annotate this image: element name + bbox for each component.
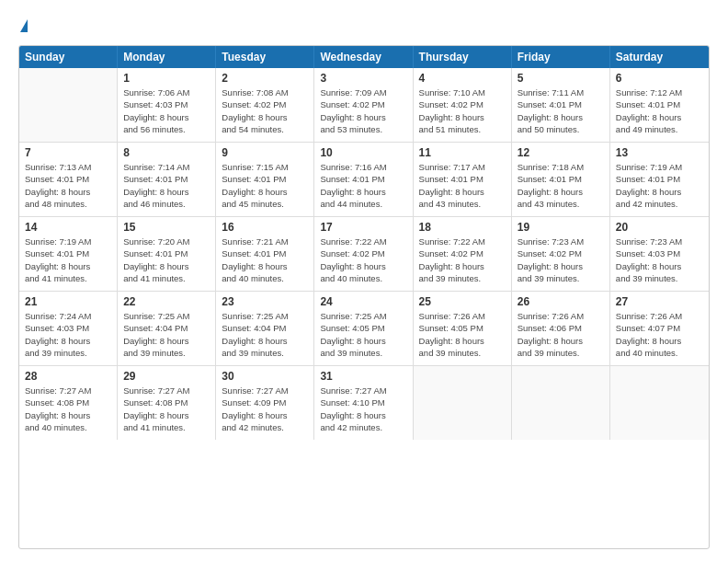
day-number: 2: [222, 72, 308, 85]
day-number: 6: [616, 72, 703, 85]
header-day-monday: Monday: [118, 46, 216, 68]
calendar-row-3: 21Sunrise: 7:24 AMSunset: 4:03 PMDayligh…: [19, 292, 709, 366]
calendar-cell: 8Sunrise: 7:14 AMSunset: 4:01 PMDaylight…: [118, 143, 216, 216]
calendar-cell: 16Sunrise: 7:21 AMSunset: 4:01 PMDayligh…: [216, 217, 314, 291]
day-number: 28: [25, 370, 111, 383]
sunrise-line: Sunrise: 7:24 AM: [25, 310, 111, 322]
calendar-cell: 2Sunrise: 7:08 AMSunset: 4:02 PMDaylight…: [216, 68, 314, 142]
daylight-extra-line: and 41 minutes.: [25, 272, 111, 284]
daylight-extra-line: and 39 minutes.: [518, 272, 604, 284]
sunset-line: Sunset: 4:01 PM: [123, 173, 210, 185]
daylight-extra-line: and 39 minutes.: [518, 347, 604, 359]
daylight-line: Daylight: 8 hours: [518, 111, 604, 123]
day-number: 3: [320, 72, 406, 85]
daylight-extra-line: and 48 minutes.: [25, 198, 111, 210]
sunset-line: Sunset: 4:03 PM: [25, 322, 111, 334]
calendar-cell: 26Sunrise: 7:26 AMSunset: 4:06 PMDayligh…: [512, 292, 610, 365]
daylight-line: Daylight: 8 hours: [123, 409, 210, 421]
daylight-line: Daylight: 8 hours: [25, 335, 111, 347]
sunrise-line: Sunrise: 7:27 AM: [320, 385, 406, 396]
daylight-extra-line: and 54 minutes.: [222, 123, 308, 135]
sunset-line: Sunset: 4:01 PM: [123, 247, 210, 259]
day-number: 9: [222, 146, 308, 159]
day-number: 19: [518, 221, 604, 234]
daylight-extra-line: and 40 minutes.: [25, 421, 111, 433]
calendar-cell: 31Sunrise: 7:27 AMSunset: 4:10 PMDayligh…: [314, 366, 413, 440]
sunset-line: Sunset: 4:01 PM: [222, 173, 308, 185]
sunrise-line: Sunrise: 7:14 AM: [123, 161, 210, 173]
sunrise-line: Sunrise: 7:16 AM: [320, 161, 406, 173]
sunset-line: Sunset: 4:10 PM: [320, 396, 406, 408]
daylight-extra-line: and 46 minutes.: [123, 198, 210, 210]
sunset-line: Sunset: 4:04 PM: [123, 322, 210, 334]
daylight-extra-line: and 40 minutes.: [222, 272, 308, 284]
daylight-line: Daylight: 8 hours: [419, 186, 506, 198]
sunset-line: Sunset: 4:02 PM: [518, 247, 604, 259]
sunrise-line: Sunrise: 7:19 AM: [616, 161, 703, 173]
daylight-line: Daylight: 8 hours: [222, 335, 308, 347]
header: [18, 14, 710, 36]
sunrise-line: Sunrise: 7:25 AM: [320, 310, 406, 322]
sunset-line: Sunset: 4:09 PM: [222, 396, 308, 408]
daylight-extra-line: and 53 minutes.: [320, 123, 406, 135]
daylight-line: Daylight: 8 hours: [320, 409, 406, 421]
sunset-line: Sunset: 4:05 PM: [419, 322, 506, 334]
daylight-extra-line: and 39 minutes.: [222, 347, 308, 359]
day-number: 10: [320, 146, 406, 159]
sunrise-line: Sunrise: 7:18 AM: [518, 161, 604, 173]
logo-flag: [18, 14, 28, 36]
sunset-line: Sunset: 4:01 PM: [616, 173, 703, 185]
day-number: 13: [616, 146, 703, 159]
day-number: 18: [419, 221, 506, 234]
calendar-cell: [610, 366, 709, 440]
sunrise-line: Sunrise: 7:13 AM: [25, 161, 111, 173]
daylight-extra-line: and 39 minutes.: [320, 347, 406, 359]
logo-general: [18, 14, 28, 36]
sunrise-line: Sunrise: 7:27 AM: [222, 385, 308, 396]
calendar-cell: 24Sunrise: 7:25 AMSunset: 4:05 PMDayligh…: [314, 292, 413, 365]
calendar-cell: 5Sunrise: 7:11 AMSunset: 4:01 PMDaylight…: [512, 68, 610, 142]
header-day-wednesday: Wednesday: [314, 46, 413, 68]
calendar-cell: [19, 68, 118, 142]
sunrise-line: Sunrise: 7:19 AM: [25, 236, 111, 247]
daylight-line: Daylight: 8 hours: [222, 111, 308, 123]
daylight-line: Daylight: 8 hours: [518, 186, 604, 198]
calendar-cell: 9Sunrise: 7:15 AMSunset: 4:01 PMDaylight…: [216, 143, 314, 216]
day-number: 21: [25, 295, 111, 308]
calendar-row-0: 1Sunrise: 7:06 AMSunset: 4:03 PMDaylight…: [19, 68, 709, 143]
daylight-line: Daylight: 8 hours: [25, 186, 111, 198]
calendar-cell: 28Sunrise: 7:27 AMSunset: 4:08 PMDayligh…: [19, 366, 118, 440]
sunset-line: Sunset: 4:05 PM: [320, 322, 406, 334]
sunset-line: Sunset: 4:02 PM: [419, 247, 506, 259]
daylight-extra-line: and 51 minutes.: [419, 123, 506, 135]
calendar-cell: [512, 366, 610, 440]
day-number: 7: [25, 146, 111, 159]
calendar-cell: 20Sunrise: 7:23 AMSunset: 4:03 PMDayligh…: [610, 217, 709, 291]
daylight-extra-line: and 56 minutes.: [123, 123, 210, 135]
sunrise-line: Sunrise: 7:27 AM: [123, 385, 210, 396]
daylight-line: Daylight: 8 hours: [616, 260, 703, 272]
calendar: SundayMondayTuesdayWednesdayThursdayFrid…: [18, 45, 710, 549]
daylight-extra-line: and 43 minutes.: [518, 198, 604, 210]
daylight-line: Daylight: 8 hours: [320, 335, 406, 347]
day-number: 29: [123, 370, 210, 383]
calendar-cell: 30Sunrise: 7:27 AMSunset: 4:09 PMDayligh…: [216, 366, 314, 440]
daylight-line: Daylight: 8 hours: [222, 260, 308, 272]
sunrise-line: Sunrise: 7:26 AM: [518, 310, 604, 322]
sunset-line: Sunset: 4:02 PM: [320, 98, 406, 110]
calendar-cell: 14Sunrise: 7:19 AMSunset: 4:01 PMDayligh…: [19, 217, 118, 291]
daylight-extra-line: and 41 minutes.: [123, 421, 210, 433]
sunset-line: Sunset: 4:01 PM: [419, 173, 506, 185]
day-number: 23: [222, 295, 308, 308]
day-number: 5: [518, 72, 604, 85]
sunrise-line: Sunrise: 7:26 AM: [616, 310, 703, 322]
sunrise-line: Sunrise: 7:06 AM: [123, 86, 210, 98]
day-number: 25: [419, 295, 506, 308]
sunrise-line: Sunrise: 7:10 AM: [419, 86, 506, 98]
calendar-cell: 10Sunrise: 7:16 AMSunset: 4:01 PMDayligh…: [314, 143, 413, 216]
header-day-sunday: Sunday: [19, 46, 118, 68]
sunset-line: Sunset: 4:01 PM: [25, 247, 111, 259]
calendar-cell: 4Sunrise: 7:10 AMSunset: 4:02 PMDaylight…: [414, 68, 512, 142]
daylight-extra-line: and 42 minutes.: [320, 421, 406, 433]
daylight-line: Daylight: 8 hours: [419, 111, 506, 123]
